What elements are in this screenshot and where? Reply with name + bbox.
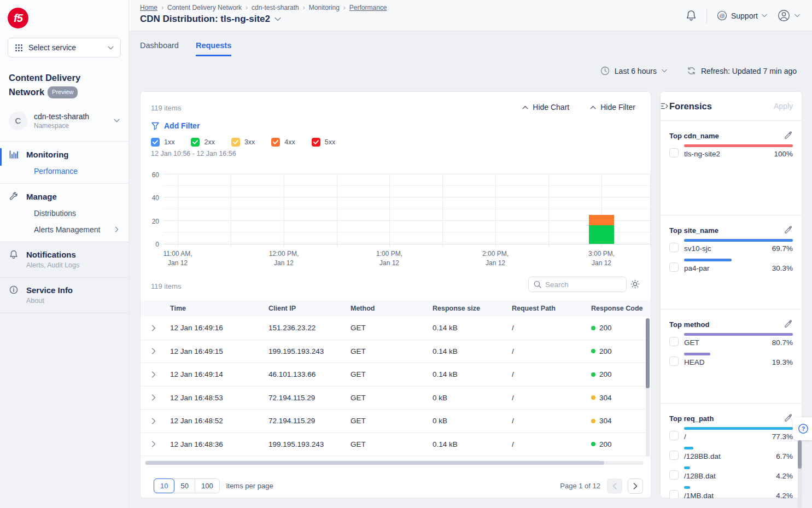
question-icon: ? bbox=[798, 423, 809, 434]
app-viewport: f5 Select service Content Delivery Netwo… bbox=[0, 0, 812, 508]
item-checkbox[interactable] bbox=[669, 337, 679, 346]
table-header: TimeClient IPMethodResponse sizeRequest … bbox=[141, 300, 651, 317]
table-vertical-scrollbar[interactable] bbox=[646, 318, 650, 457]
item-checkbox[interactable] bbox=[669, 243, 679, 252]
response-code-value: 304 bbox=[599, 394, 612, 402]
row-expander-icon[interactable] bbox=[141, 348, 167, 354]
edit-pencil-icon[interactable] bbox=[784, 131, 793, 140]
breadcrumb-item[interactable]: cdn-test-sharath bbox=[252, 4, 299, 11]
breadcrumb-item[interactable]: Content Delivery Network bbox=[167, 4, 242, 11]
next-page-button[interactable] bbox=[628, 478, 643, 494]
sidebar-item-manage[interactable]: Manage bbox=[9, 192, 120, 201]
sidebar-item-alerts-management[interactable]: Alerts Management bbox=[34, 225, 120, 234]
sidebar-item-service-info[interactable]: Service Info About bbox=[0, 278, 128, 313]
notifications-bell-icon[interactable] bbox=[686, 10, 697, 21]
item-checkbox[interactable] bbox=[669, 357, 679, 366]
chevron-down-icon[interactable] bbox=[274, 17, 281, 21]
time-range-dropdown[interactable]: Last 6 hours bbox=[600, 66, 667, 75]
table-column-header: Method bbox=[347, 305, 429, 312]
account-menu[interactable] bbox=[777, 9, 800, 22]
item-checkbox[interactable] bbox=[669, 451, 679, 460]
edit-pencil-icon[interactable] bbox=[784, 225, 793, 235]
user-avatar-icon bbox=[777, 9, 791, 22]
tab-requests[interactable]: Requests bbox=[196, 41, 231, 56]
breadcrumb-item[interactable]: Monitoring bbox=[309, 4, 340, 11]
search-input[interactable] bbox=[545, 281, 616, 289]
hide-chart-button[interactable]: Hide Chart bbox=[522, 103, 569, 112]
status-filter-4xx[interactable]: 4xx bbox=[271, 138, 295, 147]
select-service-dropdown[interactable]: Select service bbox=[8, 38, 121, 57]
breadcrumb-item[interactable]: Home bbox=[140, 4, 157, 11]
item-checkbox[interactable] bbox=[669, 262, 679, 272]
hide-filter-button[interactable]: Hide Filter bbox=[590, 103, 635, 112]
chart-y-tick-label: 20 bbox=[144, 218, 159, 225]
svg-text:@: @ bbox=[719, 13, 725, 19]
tab-dashboard[interactable]: Dashboard bbox=[140, 41, 179, 56]
page-size-50[interactable]: 50 bbox=[174, 479, 194, 493]
table-row: 12 Jan 16:48:5272.194.115.29GET0 kB/304 bbox=[141, 410, 651, 433]
status-dot bbox=[591, 395, 595, 400]
item-checkbox[interactable] bbox=[669, 431, 679, 440]
chevron-right-icon bbox=[115, 226, 119, 232]
row-expander-icon[interactable] bbox=[141, 325, 167, 331]
refresh-button[interactable]: Refresh: Updated 7 min ago bbox=[687, 66, 797, 75]
row-expander-icon[interactable] bbox=[141, 418, 167, 424]
sidebar-item-notifications[interactable]: Notifications Alerts, Audit Logs bbox=[0, 242, 128, 278]
status-filter-1xx[interactable]: 1xx bbox=[151, 138, 174, 147]
breadcrumb-item[interactable]: Performance bbox=[349, 4, 387, 11]
gear-icon[interactable] bbox=[630, 279, 640, 289]
row-response-size: 0.14 kB bbox=[429, 370, 509, 378]
chart-bar-4xx[interactable] bbox=[589, 215, 614, 225]
row-expander-icon[interactable] bbox=[141, 371, 167, 378]
item-percentage: 80.7% bbox=[772, 338, 793, 347]
collapse-panel-icon[interactable] bbox=[661, 102, 669, 110]
sidebar-item-performance[interactable]: Performance bbox=[34, 167, 120, 176]
help-button[interactable]: ? bbox=[793, 417, 812, 440]
row-expander-icon[interactable] bbox=[141, 394, 167, 401]
checkbox-checked-icon bbox=[231, 138, 240, 147]
item-bar-track bbox=[684, 427, 793, 430]
status-filter-2xx[interactable]: 2xx bbox=[191, 138, 214, 147]
status-dot bbox=[591, 442, 595, 446]
status-filter-5xx[interactable]: 5xx bbox=[312, 138, 335, 147]
chart-y-tick-label: 0 bbox=[144, 241, 159, 248]
item-bar bbox=[684, 427, 793, 430]
chart-gridline bbox=[284, 175, 284, 247]
item-checkbox[interactable] bbox=[669, 470, 679, 480]
page-size-100[interactable]: 100 bbox=[195, 479, 219, 493]
sidebar: f5 Select service Content Delivery Netwo… bbox=[0, 0, 129, 508]
table-body: 12 Jan 16:49:16151.236.23.22GET0.14 kB/2… bbox=[141, 317, 651, 456]
row-response-code: 200 bbox=[588, 324, 651, 332]
table-horizontal-scrollbar[interactable] bbox=[145, 461, 644, 465]
chart-gridline bbox=[650, 175, 651, 247]
chart-bar-2xx[interactable] bbox=[589, 225, 614, 244]
response-code-value: 304 bbox=[599, 417, 612, 425]
item-checkbox[interactable] bbox=[669, 148, 679, 157]
page-vertical-scrollbar[interactable] bbox=[798, 440, 802, 508]
sidebar-item-subtitle: About bbox=[26, 297, 120, 305]
row-response-code: 200 bbox=[588, 347, 651, 355]
row-client-ip: 46.101.133.66 bbox=[265, 370, 347, 378]
forensics-title: Forensics bbox=[669, 101, 712, 112]
row-request-path: / bbox=[509, 324, 588, 332]
edit-pencil-icon[interactable] bbox=[784, 413, 793, 423]
item-bar bbox=[684, 353, 710, 355]
item-percentage: 4.2% bbox=[776, 492, 793, 498]
item-checkbox[interactable] bbox=[669, 490, 679, 498]
namespace-selector[interactable]: C cdn-test-sharath Namespace bbox=[4, 108, 124, 133]
breadcrumb-separator: › bbox=[161, 4, 163, 11]
status-filter-3xx[interactable]: 3xx bbox=[231, 138, 255, 147]
page-size-10[interactable]: 10 bbox=[154, 478, 174, 493]
apply-button[interactable]: Apply bbox=[774, 102, 793, 110]
forensics-item-content: /128BB.dat6.7% bbox=[684, 447, 793, 460]
sidebar-item-monitoring[interactable]: Monitoring bbox=[9, 150, 120, 159]
sidebar-item-distributions[interactable]: Distributions bbox=[34, 209, 120, 218]
support-menu[interactable]: @ Support bbox=[717, 10, 767, 21]
table-column-header: Time bbox=[167, 305, 265, 312]
previous-page-button[interactable] bbox=[607, 478, 622, 494]
chart-gridline bbox=[163, 197, 651, 197]
edit-pencil-icon[interactable] bbox=[784, 319, 793, 329]
row-expander-icon[interactable] bbox=[141, 441, 167, 447]
row-request-path: / bbox=[509, 370, 588, 378]
add-filter-button[interactable]: Add Filter bbox=[151, 121, 200, 130]
